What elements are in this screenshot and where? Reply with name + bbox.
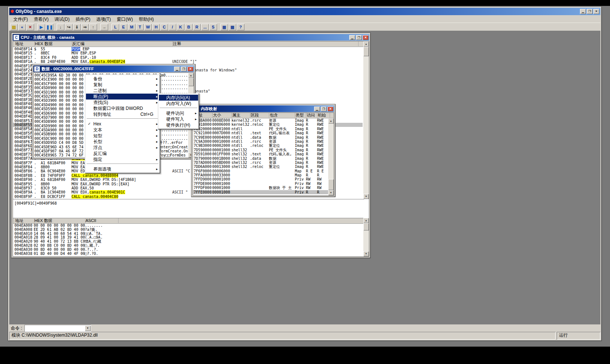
memmap-row[interactable]: 7FFE000000001000PrivRR bbox=[193, 190, 329, 194]
scroll-thumb[interactable] bbox=[328, 179, 334, 190]
disasm-scrollbar[interactable]: ▲ ▼ bbox=[363, 41, 369, 199]
memmap-scrollbar[interactable]: ▲ ▼ bbox=[328, 118, 334, 195]
scroll-up-icon[interactable]: ▲ bbox=[363, 41, 369, 47]
menu-item[interactable]: 转到地址Ctrl+G bbox=[86, 111, 159, 117]
scroll-thumb[interactable] bbox=[363, 223, 369, 230]
pause-button[interactable]: ❚❚ bbox=[46, 24, 53, 30]
data-maximize-button[interactable]: ❒ bbox=[181, 67, 187, 71]
dump-scrollbar[interactable]: ▲ ▼ bbox=[363, 218, 369, 256]
menubar-item[interactable]: 选项(T) bbox=[93, 16, 114, 23]
dump-row[interactable]: 004EA03801 8D 40 00 D4 40 4F 00□?.?O. bbox=[13, 252, 363, 256]
memmap-close-button[interactable]: ✕ bbox=[327, 107, 333, 111]
source-button[interactable]: S bbox=[209, 24, 217, 30]
menu-item[interactable]: 硬件执行(H) bbox=[159, 122, 198, 128]
scroll-down-icon[interactable]: ▼ bbox=[363, 194, 369, 199]
menu-item[interactable]: 文本▸ bbox=[86, 127, 159, 133]
threads-button[interactable]: T bbox=[136, 24, 144, 30]
menubar-item[interactable]: 插件(P) bbox=[73, 16, 93, 23]
menubar-item[interactable]: 调试(D) bbox=[51, 16, 73, 23]
dump-row[interactable]: 004EA01828 09 41 00 18 39 41 00(.A.□9A. bbox=[13, 235, 363, 239]
menu-item[interactable]: 数据窗口中跟随 DWORD bbox=[86, 105, 159, 111]
log-button[interactable]: L bbox=[111, 24, 119, 30]
scroll-down-icon[interactable]: ▼ bbox=[328, 190, 334, 195]
memmap-column-header[interactable]: 初始 bbox=[317, 113, 330, 118]
step-over-button[interactable]: ↪ bbox=[65, 24, 73, 30]
memmap-column-header[interactable]: 类型 bbox=[295, 113, 306, 118]
menu-item[interactable]: 内存访问(A) bbox=[159, 95, 198, 101]
help-button[interactable]: ? bbox=[237, 24, 244, 30]
cpu-maximize-button[interactable]: ❒ bbox=[356, 35, 362, 40]
restart-button[interactable]: « bbox=[18, 24, 26, 30]
close-button[interactable]: ✕ bbox=[593, 9, 599, 14]
menu-item[interactable]: 查找(S)▸ bbox=[86, 100, 159, 105]
executables-button[interactable]: E bbox=[120, 24, 127, 30]
scroll-up-icon[interactable]: ▲ bbox=[363, 218, 369, 223]
open-button[interactable]: ▨ bbox=[10, 24, 18, 30]
data-titlebar[interactable]: D 数据 - 00C20000..00C47FFF ▁ ❒ ✕ bbox=[33, 65, 194, 72]
dump-row[interactable]: 004EA00000 00 00 00 00 00 00 00........ bbox=[13, 223, 363, 228]
memmap-row[interactable]: 7F6F000000006000MapR ER E bbox=[193, 169, 329, 173]
scroll-up-icon[interactable]: ▲ bbox=[188, 73, 194, 78]
memmap-titlebar[interactable]: M 内存映射 ▁ ❒ ✕ bbox=[193, 105, 334, 112]
menu-item[interactable]: 长型▸ bbox=[86, 139, 159, 145]
menu-item[interactable]: 界面选项▸ bbox=[86, 166, 159, 172]
memmap-row[interactable]: 7C99E00000004000ntdll.data数据ImagRRWE bbox=[193, 135, 329, 139]
memmap-row[interactable]: 7D59000000001000shell32PE 文件头ImagRRWE bbox=[193, 148, 329, 152]
minimize-button[interactable]: ▁ bbox=[580, 9, 586, 14]
menu-item[interactable]: 硬件访问▸ bbox=[159, 110, 198, 116]
memmap-row[interactable]: 7D7900000001B000shell32.data数据ImagRRWE bbox=[193, 156, 329, 161]
disasm-column-header[interactable]: 注释 bbox=[172, 41, 359, 46]
step-into-button[interactable]: ↓ bbox=[57, 24, 64, 30]
goto-button[interactable]: → bbox=[100, 24, 108, 30]
memmap-column-header[interactable]: 访问 bbox=[306, 113, 317, 118]
menu-item[interactable]: 短型▸ bbox=[86, 133, 159, 139]
windows-button[interactable]: W bbox=[144, 24, 152, 30]
command-combobox[interactable]: ▼ bbox=[24, 325, 91, 332]
scroll-down-icon[interactable]: ▼ bbox=[363, 251, 369, 256]
scroll-thumb[interactable] bbox=[188, 78, 194, 86]
menu-item[interactable]: 反汇编 bbox=[86, 151, 159, 156]
disasm-row[interactable]: 004E8F17. 83C4 F0ADD ESP,-10 bbox=[13, 55, 363, 60]
menu-item[interactable]: 硬件写入▸ bbox=[159, 116, 198, 122]
breakpoints-button[interactable]: B bbox=[185, 24, 193, 30]
disasm-row[interactable]: 004E8F1A. B8 248F4E00MOV EAX,canasta.004… bbox=[13, 60, 363, 64]
menu-item[interactable]: 备份▸ bbox=[86, 76, 159, 82]
memmap-column-header[interactable]: 大小 bbox=[212, 113, 232, 118]
command-dropdown-button[interactable]: ▼ bbox=[85, 326, 91, 331]
until-return-button[interactable]: ↑ bbox=[89, 24, 97, 30]
memory-map-button[interactable]: M bbox=[128, 24, 136, 30]
dump-column-header[interactable]: HEX 数据 bbox=[34, 218, 86, 223]
handles-button[interactable]: H bbox=[152, 24, 160, 30]
memmap-row[interactable]: 7C88A0000008E000kernel32.rsrc资源ImagRRWE bbox=[193, 118, 329, 122]
run-trace-button[interactable]: ... bbox=[201, 24, 209, 30]
dump-row[interactable]: 004EA03000 8D 40 00 00 8D 40 00.?..?. bbox=[13, 247, 363, 252]
memmap-row[interactable]: 7C9A300000010000ntdll.rsrc资源ImagRRWE bbox=[193, 139, 329, 144]
run-button[interactable]: ▶ bbox=[37, 24, 45, 30]
disasm-row[interactable]: 004E8F14$ 55PUSH EBP bbox=[13, 47, 363, 51]
close-program-button[interactable]: ✕ bbox=[26, 24, 34, 30]
menubar-item[interactable]: 窗口(W) bbox=[114, 16, 136, 23]
trace-over-button[interactable]: ⇒ bbox=[81, 24, 89, 30]
memmap-column-header[interactable]: 属主 bbox=[231, 113, 250, 118]
memmap-row[interactable]: 7D591000001FF000shell32.text代码,输入表,ImagR… bbox=[193, 152, 329, 156]
memmap-row[interactable]: 7FFD900000001000PrivRWRW bbox=[193, 177, 329, 181]
menu-item[interactable]: 复制▸ bbox=[86, 82, 159, 88]
dump-column-header[interactable]: ASCII bbox=[85, 218, 119, 223]
cpu-titlebar[interactable]: C CPU - 主线程, 模块 - canasta ▁ ❒ ✕ bbox=[13, 34, 369, 41]
dump-row[interactable]: 004EA01014 06 41 00 60 54 41 00□□A.`TA. bbox=[13, 232, 363, 236]
memmap-column-header[interactable]: 包含 bbox=[269, 113, 295, 118]
memmap-row[interactable]: 7FFDF00000001000数据块 于 主PrivRWRW bbox=[193, 186, 329, 190]
call-stack-button[interactable]: K bbox=[177, 24, 184, 30]
tiles-button[interactable]: ▦ bbox=[220, 24, 228, 30]
menu-item[interactable]: 内存写入(W) bbox=[159, 101, 198, 107]
disasm-column-header[interactable]: 地址 bbox=[14, 41, 35, 46]
menubar-item[interactable]: 文件(F) bbox=[10, 16, 31, 23]
memmap-minimize-button[interactable]: ▁ bbox=[314, 107, 320, 111]
memmap-row[interactable]: 7C9210000007D000ntdll.text代码,输出表ImagRRWE bbox=[193, 131, 329, 135]
memmap-row[interactable]: 7C91800000006000kernel32.reloc重定位ImagRRW… bbox=[193, 122, 329, 127]
menubar-item[interactable]: 查看(V) bbox=[31, 16, 51, 23]
dump-row[interactable]: 004EA02802 00 8B C0 00 8D 40 00□.藏.?. bbox=[13, 243, 363, 247]
memmap-row[interactable]: 7FFA000000033000MapRR bbox=[193, 173, 329, 177]
menu-item[interactable]: 断点(P)▸ bbox=[86, 94, 159, 100]
patches-button[interactable]: / bbox=[169, 24, 176, 30]
